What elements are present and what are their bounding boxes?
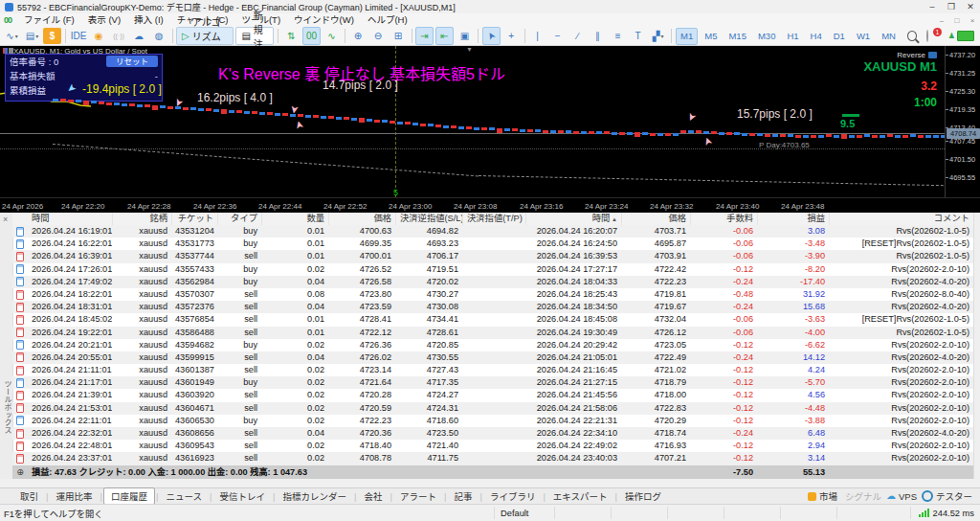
toolbox-tab[interactable]: 運用比率 — [49, 488, 99, 504]
table-row[interactable]: 2026.04.24 17:49:02xauusd43562984buy0.04… — [12, 276, 973, 288]
table-row[interactable]: 2026.04.24 21:17:01xauusd43601949buy0.02… — [12, 376, 973, 389]
timeframe-M30[interactable]: M30 — [753, 28, 780, 45]
connection-status[interactable]: 244.52 ms — [910, 507, 980, 519]
price-axis[interactable]: 4737.204731.254725.304719.354713.404707.… — [945, 46, 980, 197]
tick-chart-icon[interactable]: ⇅ — [282, 27, 301, 45]
column-header[interactable]: 価格 — [328, 213, 395, 225]
close-button[interactable]: ✕ — [961, 1, 980, 13]
column-header[interactable]: 時間 — [28, 213, 112, 225]
timeframe-H1[interactable]: H1 — [782, 28, 803, 45]
column-header[interactable]: チケット — [171, 213, 217, 225]
toolbox-close-icon[interactable]: × — [3, 215, 8, 224]
text-icon[interactable]: T — [629, 27, 647, 45]
child-minimize-button[interactable]: – — [934, 16, 949, 25]
screenshot-icon[interactable]: ▣ — [456, 27, 474, 45]
algo-trading-button[interactable]: ▷アルゴリズム取引 — [176, 27, 234, 45]
service-signals[interactable]: シグナル — [842, 489, 881, 503]
expert-advisor-icon[interactable] — [928, 52, 937, 58]
new-order-button[interactable]: ▤新規注文 — [235, 27, 274, 45]
crosshair-icon[interactable]: + — [502, 27, 521, 45]
toolbox-tab[interactable]: 記事 — [447, 488, 479, 504]
table-row[interactable]: 2026.04.24 16:39:01xauusd43537744sell0.0… — [12, 250, 973, 262]
timeframe-MN[interactable]: MN — [877, 28, 901, 45]
table-row[interactable]: 2026.04.24 22:11:01xauusd43606530buy0.02… — [12, 415, 973, 427]
account-status-indicator[interactable]: ♟ — [948, 31, 974, 41]
history-table-header[interactable]: 時間銘柄チケットタイプ数量価格決済逆指値(S/L)決済指値(T/P)時間 ▲価格… — [12, 213, 973, 226]
toolbox-tab[interactable]: 取引 — [13, 488, 45, 504]
lock-icon[interactable]: ◉ — [90, 27, 108, 45]
toolbox-tab[interactable]: 会社 — [357, 488, 389, 504]
toolbox-tab[interactable]: 口座履歴 — [103, 487, 155, 505]
timeframe-M1[interactable]: M1 — [676, 28, 698, 45]
column-header[interactable]: 損益 — [757, 213, 829, 225]
timeframe-M5[interactable]: M5 — [700, 28, 722, 45]
table-row[interactable]: 2026.04.24 21:39:01xauusd43603920sell0.0… — [12, 389, 973, 401]
column-header[interactable]: 銘柄 — [112, 213, 171, 225]
table-row[interactable]: 2026.04.24 23:37:01xauusd43616923sell0.0… — [12, 452, 973, 464]
maximize-button[interactable]: ❐ — [942, 1, 961, 13]
notifications-icon[interactable]: 1 — [926, 31, 939, 42]
table-row[interactable]: 2026.04.24 21:53:01xauusd43604671sell0.0… — [12, 402, 973, 415]
toolbox-tab[interactable]: エキスパート — [546, 488, 614, 504]
profile-cell[interactable]: Default — [494, 507, 554, 519]
column-header[interactable]: 数量 — [261, 213, 328, 225]
auto-scroll-icon[interactable]: ⇤ — [435, 27, 454, 45]
time-axis[interactable]: 24 Apr 202624 Apr 22:2024 Apr 22:2824 Ap… — [0, 197, 980, 214]
trendline-icon[interactable]: ∕ — [568, 27, 587, 45]
cloud-icon[interactable]: ☁ — [130, 27, 148, 45]
menu-item[interactable]: 挿入 (I) — [127, 13, 170, 27]
timeframe-W1[interactable]: W1 — [852, 28, 875, 45]
search-icon[interactable] — [907, 31, 917, 41]
column-header[interactable]: 決済指値(T/P) — [462, 213, 525, 225]
column-header[interactable]: 手数料 — [690, 213, 757, 225]
menu-item[interactable]: ウインドウ(W) — [287, 13, 361, 27]
toolbox-tab[interactable]: 指標カレンダー — [276, 488, 353, 504]
table-row[interactable]: 2026.04.24 18:45:02xauusd43576854sell0.0… — [12, 313, 973, 326]
horizontal-line-icon[interactable]: − — [548, 27, 567, 45]
column-header[interactable]: 決済逆指値(S/L) — [395, 213, 462, 225]
table-scrollbar[interactable] — [973, 213, 980, 479]
timeframe-M15[interactable]: M15 — [724, 28, 750, 45]
table-row[interactable]: 2026.04.24 22:48:01xauusd43609543sell0.0… — [12, 440, 973, 452]
table-row[interactable]: 2026.04.24 21:11:01xauusd43601387sell0.0… — [12, 364, 973, 376]
table-row[interactable]: 2026.04.24 22:32:01xauusd43608656sell0.0… — [12, 427, 973, 440]
toolbox-tab[interactable]: アラート — [393, 488, 443, 504]
toolbox-tab[interactable]: ニュース — [159, 488, 209, 504]
table-row[interactable]: 2026.04.24 19:22:01xauusd43586488sell0.0… — [12, 327, 973, 339]
dollar-icon[interactable]: $ — [43, 28, 61, 44]
toolbox-tab[interactable]: 操作ログ — [618, 488, 668, 504]
line-chart-icon[interactable]: ∿ — [323, 27, 341, 45]
vertical-line-icon[interactable]: | — [528, 27, 546, 45]
chart-profile-icon[interactable]: ▤▾ — [23, 27, 41, 45]
menu-item[interactable]: 表示 (V) — [81, 13, 127, 27]
zoom-in-icon[interactable]: ⊕ — [349, 27, 368, 45]
minimize-button[interactable]: – — [923, 1, 942, 13]
fibonacci-icon[interactable]: ≡ — [609, 27, 627, 45]
column-header[interactable]: 価格 — [621, 213, 690, 225]
child-close-button[interactable]: × — [965, 16, 980, 25]
column-header[interactable]: タイプ — [217, 213, 261, 225]
column-header[interactable]: コメント — [829, 213, 973, 225]
reset-button[interactable]: リセット — [106, 56, 158, 67]
table-row[interactable]: 2026.04.24 18:22:01xauusd43570307sell0.0… — [12, 288, 973, 301]
chart-type-icon[interactable]: ∿▾ — [3, 27, 21, 45]
community-icon[interactable]: ◍ — [150, 27, 168, 45]
table-row[interactable]: 2026.04.24 16:19:01xauusd43531204buy0.01… — [12, 225, 973, 238]
zoom-out-icon[interactable]: ⊖ — [369, 27, 388, 45]
signal-broadcast-icon[interactable]: ((·)) — [110, 27, 128, 45]
service-market[interactable]: 市場 — [808, 489, 837, 503]
column-header[interactable] — [12, 213, 28, 225]
table-row[interactable]: 2026.04.24 17:26:01xauusd43557433buy0.02… — [12, 263, 973, 276]
service-vps[interactable]: ☁VPS — [886, 491, 917, 502]
service-tester[interactable]: テスター — [922, 489, 972, 503]
shift-end-icon[interactable]: ⇥ — [415, 27, 434, 45]
channel-icon[interactable]: ∥ — [589, 27, 607, 45]
timeframe-H4[interactable]: H4 — [806, 28, 827, 45]
table-row[interactable]: 2026.04.24 20:21:01xauusd43594682buy0.02… — [12, 339, 973, 351]
chart-canvas[interactable]: XAUUSD, M1: Gold vs US Dollar / Spot 倍率番… — [0, 46, 945, 197]
child-restore-button[interactable]: □ — [949, 16, 965, 25]
toolbox-tab[interactable]: 受信トレイ — [212, 488, 272, 504]
table-row[interactable]: 2026.04.24 20:55:01xauusd43599915sell0.0… — [12, 351, 973, 364]
menu-item[interactable]: ヘルプ(H) — [361, 13, 414, 27]
cursor-icon[interactable]: ➤ — [482, 27, 501, 45]
